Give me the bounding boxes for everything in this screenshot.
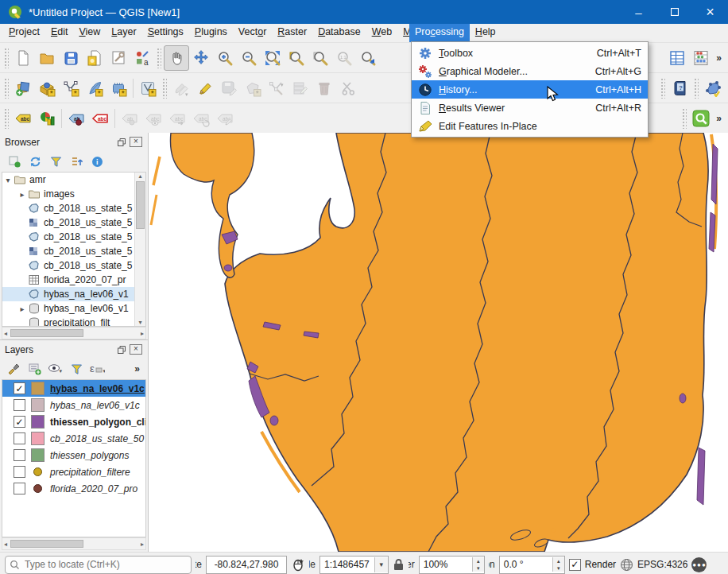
close-button[interactable]: × — [692, 0, 728, 24]
help-contents-button[interactable]: ? — [668, 76, 691, 100]
layer-row[interactable]: ✓hybas_na_lev06_v1c — [2, 380, 145, 397]
open-layer-styling-button[interactable] — [6, 361, 22, 377]
browser-item-images[interactable]: ▸images — [2, 187, 145, 201]
layer-checkbox[interactable] — [14, 483, 25, 494]
layer-row[interactable]: hybas_na_lev06_v1c — [2, 397, 145, 413]
toolbar-grip[interactable] — [4, 48, 9, 68]
map-canvas[interactable] — [149, 133, 728, 552]
browser-refresh-button[interactable] — [27, 153, 43, 169]
menu-database[interactable]: Database — [312, 24, 366, 42]
new-shapefile-layer-button[interactable] — [59, 76, 83, 100]
layer-diagram-button[interactable] — [35, 107, 59, 130]
save-project-button[interactable] — [59, 46, 83, 70]
menu-processing[interactable]: Processing — [409, 24, 470, 42]
vertex-tool-button[interactable]: ▾ — [265, 76, 288, 100]
maximize-button[interactable] — [656, 0, 692, 24]
coordinate-box[interactable]: -80.824,27.980 — [206, 556, 287, 574]
layer-labeling-button[interactable]: abc — [11, 107, 35, 130]
layer-checkbox[interactable] — [14, 432, 25, 444]
menu-view[interactable]: View — [73, 24, 106, 42]
menu-web[interactable]: Web — [366, 24, 397, 42]
minimize-button[interactable]: – — [621, 0, 656, 24]
browser-close-button[interactable]: × — [129, 136, 143, 149]
open-project-button[interactable] — [35, 46, 59, 70]
spin-down-icon[interactable]: ▾ — [473, 564, 484, 572]
menu-project[interactable]: Project — [3, 24, 45, 42]
menu-settings[interactable]: Settings — [142, 24, 189, 42]
spin-up-icon[interactable]: ▴ — [473, 557, 484, 564]
layer-checkbox[interactable]: ✓ — [14, 416, 25, 428]
layers-horizontal-scrollbar[interactable]: ◂▸ — [2, 537, 146, 550]
layer-row[interactable]: cb_2018_us_state_50 — [2, 430, 145, 447]
layer-checkbox[interactable] — [14, 466, 25, 478]
vertex-editor-button[interactable] — [701, 76, 725, 100]
modify-attributes-button[interactable] — [288, 76, 312, 100]
scale-dropdown-button[interactable]: ▾ — [374, 557, 388, 572]
layers-close-button[interactable]: × — [129, 343, 143, 356]
expander-icon[interactable]: ▸ — [17, 190, 28, 199]
scroll-left-icon[interactable]: ◂ — [2, 330, 9, 337]
browser-collapse-all-button[interactable] — [68, 153, 84, 169]
browser-item-database[interactable]: ▸hybas_na_lev06_v1 — [2, 301, 145, 316]
menu-plugins[interactable]: Plugins — [189, 24, 233, 42]
menu-item-edit-features-in-place[interactable]: Edit Features In-Place — [412, 117, 648, 135]
messages-button[interactable]: ●●● — [691, 557, 707, 572]
render-checkbox[interactable]: ✓ — [569, 559, 581, 571]
cut-features-button[interactable] — [336, 76, 360, 100]
browser-item-amr[interactable]: ▾amr — [2, 173, 145, 187]
zoom-out-button[interactable] — [237, 46, 261, 70]
toolbar-grip[interactable] — [4, 78, 9, 99]
scroll-down-icon[interactable]: ▾ — [138, 319, 141, 326]
menu-item-toolbox[interactable]: Toolbox Ctrl+Alt+T — [412, 44, 648, 62]
data-source-manager-button[interactable] — [11, 76, 35, 100]
new-memory-layer-button[interactable] — [136, 76, 160, 100]
browser-item-vector[interactable]: cb_2018_us_state_5 — [2, 230, 145, 244]
current-edits-button[interactable]: ▾ — [169, 76, 193, 100]
browser-item-database[interactable]: precipitation_filt — [2, 316, 145, 327]
locator-search[interactable] — [5, 556, 192, 574]
layer-row[interactable]: ✓thiessen_polygon_cli — [2, 413, 145, 430]
layer-row[interactable]: precipitation_filtere — [2, 463, 145, 480]
browser-item-vector[interactable]: cb_2018_us_state_5 — [2, 258, 145, 273]
browser-horizontal-scrollbar[interactable]: ◂▸ — [2, 327, 146, 339]
toolbar-grip[interactable] — [660, 78, 665, 99]
menu-help[interactable]: Help — [470, 24, 501, 42]
menu-layer[interactable]: Layer — [106, 24, 141, 42]
browser-filter-button[interactable] — [48, 153, 64, 169]
scale-combo[interactable]: 1:1486457▾ — [319, 556, 389, 574]
scroll-left-icon[interactable]: ◂ — [2, 541, 9, 548]
layer-row[interactable]: thiessen_polygons — [2, 447, 145, 463]
rotate-label-button[interactable]: abc — [189, 107, 213, 130]
scrollbar-thumb[interactable] — [10, 329, 83, 337]
statistics-summary-button[interactable] — [689, 46, 713, 70]
rotation-spinbox[interactable]: 0.0 °▴▾ — [499, 556, 565, 574]
style-manager-button[interactable]: a — [130, 46, 154, 70]
new-geopackage-layer-button[interactable] — [35, 76, 59, 100]
browser-item-selected[interactable]: hybas_na_lev06_v1 — [2, 287, 145, 301]
browser-item-vector[interactable]: cb_2018_us_state_5 — [2, 201, 145, 215]
delete-selected-button[interactable] — [312, 76, 336, 100]
layer-checkbox[interactable] — [14, 449, 25, 461]
new-virtual-layer-button[interactable] — [106, 76, 130, 100]
layout-manager-button[interactable] — [106, 46, 130, 70]
zoom-full-button[interactable] — [261, 46, 285, 70]
scroll-right-icon[interactable]: ▸ — [139, 541, 145, 548]
zoom-to-layer-button[interactable] — [285, 46, 308, 70]
toolbar-grip[interactable] — [157, 48, 161, 68]
browser-item-raster[interactable]: cb_2018_us_state_5 — [2, 215, 145, 230]
pan-map-button[interactable] — [164, 45, 189, 71]
rotation-spin-buttons[interactable]: ▴▾ — [552, 557, 564, 572]
browser-properties-button[interactable]: i — [89, 153, 105, 169]
menu-raster[interactable]: Raster — [272, 24, 312, 42]
toolbar-grip[interactable] — [682, 108, 687, 129]
identify-features-button[interactable] — [689, 107, 713, 130]
layer-row[interactable]: florida_2020_07_pro — [2, 480, 145, 497]
browser-vertical-scrollbar[interactable]: ▴▾ — [134, 173, 145, 326]
add-polygon-feature-button[interactable] — [241, 76, 265, 100]
pin-labels-button[interactable]: ab — [64, 107, 88, 130]
layers-overflow-button[interactable]: » — [131, 363, 143, 374]
browser-float-button[interactable] — [114, 136, 129, 149]
toolbar-grip[interactable] — [4, 108, 9, 129]
save-edits-button[interactable] — [217, 76, 241, 100]
zoom-in-button[interactable] — [213, 46, 237, 70]
